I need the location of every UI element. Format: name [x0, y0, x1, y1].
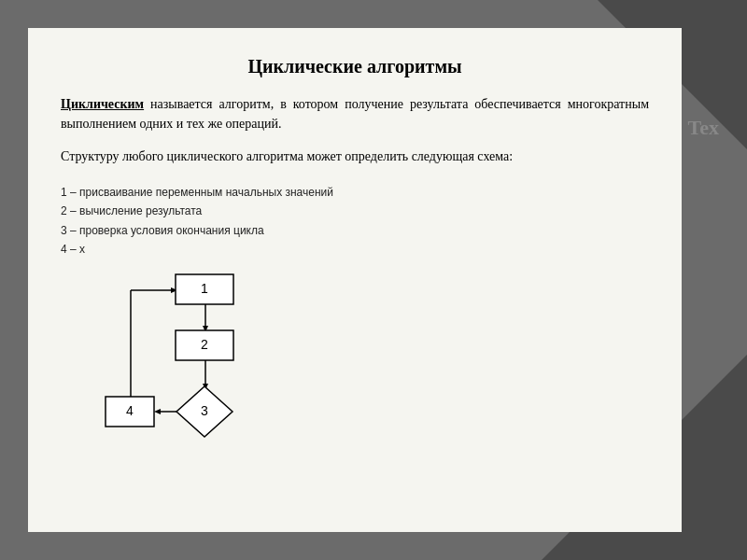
flowchart: 1 2 3 4	[89, 267, 275, 454]
slide-content: Циклические алгоритмы Циклическим называ…	[28, 28, 682, 532]
tex-corner-label: Tex	[688, 116, 719, 140]
para1-rest: называется алгоритм, в котором получение…	[61, 97, 649, 131]
legend-item-2: 2 – вычисление результата	[61, 202, 649, 220]
legend-list: 1 – присваивание переменным начальных зн…	[61, 183, 649, 259]
diagram-area: 1 2 3 4	[61, 267, 649, 459]
legend-item-3: 3 – проверка условия окончания цикла	[61, 221, 649, 240]
paragraph-1: Циклическим называется алгоритм, в котор…	[61, 94, 649, 133]
flowchart-svg: 1 2 3 4	[89, 267, 275, 454]
node-3-label: 3	[201, 403, 208, 418]
svg-marker-5	[154, 409, 161, 414]
node-2-label: 2	[201, 337, 208, 352]
node-4-label: 4	[126, 403, 134, 418]
underline-word: Циклическим	[61, 97, 144, 111]
legend-item-4: 4 – х	[61, 240, 649, 259]
legend-item-1: 1 – присваивание переменным начальных зн…	[61, 183, 649, 202]
slide-title: Циклические алгоритмы	[61, 56, 649, 77]
paragraph-2: Структуру любого циклического алгоритма …	[61, 147, 649, 166]
node-1-label: 1	[201, 281, 208, 296]
slide-body: Циклическим называется алгоритм, в котор…	[61, 94, 649, 459]
